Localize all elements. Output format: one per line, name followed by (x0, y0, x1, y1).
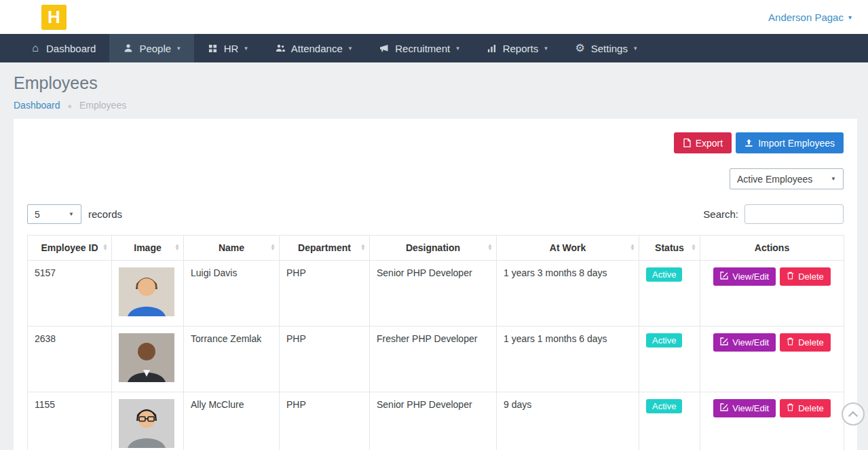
column-header-designation[interactable]: Designation▲▼ (370, 236, 497, 261)
import-button-label: Import Employees (758, 138, 835, 149)
column-header-at-work[interactable]: At Work▲▼ (497, 236, 639, 261)
employees-card: Export Import Employees Active Employees… (14, 119, 857, 450)
page-title: Employees (14, 73, 854, 93)
page-size-value: 5 (35, 209, 40, 220)
nav-item-label: Settings (591, 43, 628, 54)
employee-filter-select[interactable]: Active Employees ▼ (730, 168, 844, 189)
column-header-employee-id[interactable]: Employee ID▲▼ (28, 236, 112, 261)
person-icon (123, 43, 134, 53)
scroll-to-top-button[interactable] (842, 402, 865, 426)
search-label: Search: (703, 208, 738, 220)
employees-table: Employee ID▲▼ Image▲▼ Name▲▼ Department▲… (27, 235, 844, 450)
view-edit-button[interactable]: View/Edit (713, 399, 776, 417)
records-label: records (88, 208, 122, 220)
sort-icon: ▲▼ (487, 244, 493, 251)
table-controls: 5 ▼ records Search: (27, 204, 844, 224)
table-row: 5157 Luigi Davis PHP Senior PHP Develope… (28, 261, 844, 326)
nav-item-label: HR (224, 43, 239, 54)
column-label: Employee ID (41, 242, 98, 253)
view-edit-button[interactable]: View/Edit (713, 267, 776, 286)
cell-at-work: 1 years 3 months 8 days (497, 261, 639, 326)
delete-label: Delete (798, 403, 824, 413)
employee-photo[interactable] (119, 399, 174, 448)
view-edit-label: View/Edit (732, 337, 769, 348)
delete-button[interactable]: Delete (780, 333, 831, 352)
cell-employee-id: 1155 (28, 392, 112, 450)
column-header-image[interactable]: Image▲▼ (112, 236, 184, 261)
nav-item-recruitment[interactable]: Recruitment ▾ (365, 34, 472, 62)
nav-item-label: Reports (503, 43, 539, 54)
nav-item-people[interactable]: People ▾ (109, 34, 193, 62)
home-icon: ⌂ (30, 43, 41, 54)
cell-department: PHP (280, 261, 370, 326)
cell-at-work: 9 days (497, 392, 639, 450)
column-header-department[interactable]: Department▲▼ (280, 236, 370, 261)
filter-selected-value: Active Employees (737, 174, 812, 185)
column-label: Department (298, 242, 351, 253)
users-icon (275, 43, 286, 53)
cell-actions: View/Edit Delete (700, 392, 844, 450)
nav-item-settings[interactable]: ⚙ Settings ▾ (561, 34, 651, 62)
cell-employee-id: 2638 (28, 326, 112, 392)
cell-designation: Senior PHP Developer (370, 261, 497, 326)
breadcrumb-dashboard-link[interactable]: Dashboard (14, 100, 60, 111)
export-button[interactable]: Export (674, 132, 732, 153)
delete-label: Delete (798, 271, 824, 282)
sort-icon: ▲▼ (102, 244, 108, 251)
nav-item-label: Attendance (291, 43, 343, 54)
table-body: 5157 Luigi Davis PHP Senior PHP Develope… (28, 261, 844, 450)
cell-name: Luigi Davis (184, 261, 280, 326)
table-header: Employee ID▲▼ Image▲▼ Name▲▼ Department▲… (28, 236, 844, 261)
select-caret-icon: ▼ (69, 211, 74, 217)
sort-icon: ▲▼ (691, 244, 696, 251)
cell-status: Active (639, 326, 700, 392)
trash-icon (787, 337, 794, 348)
column-header-name[interactable]: Name▲▼ (184, 236, 280, 261)
table-row: 2638 Torrance Zemlak PHP Fresher PHP Dev… (28, 326, 844, 392)
bar-chart-icon (487, 44, 497, 53)
edit-icon (720, 337, 728, 348)
nav-item-hr[interactable]: HR ▾ (194, 34, 261, 62)
cell-at-work: 1 years 1 months 6 days (497, 326, 639, 392)
employee-photo[interactable] (119, 333, 174, 382)
user-menu[interactable]: Anderson Pagac ▾ (768, 12, 852, 23)
main-nav: ⌂ Dashboard People ▾ HR ▾ Attendance ▾ R… (0, 34, 868, 62)
nav-item-dashboard[interactable]: ⌂ Dashboard (16, 34, 109, 62)
column-label: Status (655, 242, 684, 253)
chevron-down-icon: ▾ (848, 14, 852, 21)
column-label: Designation (406, 242, 460, 253)
page-size-select[interactable]: 5 ▼ (27, 204, 81, 224)
column-label: Image (134, 242, 161, 253)
cell-name: Torrance Zemlak (184, 326, 280, 392)
table-header-row: Employee ID▲▼ Image▲▼ Name▲▼ Department▲… (28, 236, 844, 261)
cell-name: Ally McClure (184, 392, 280, 450)
cell-image (112, 261, 184, 326)
import-employees-button[interactable]: Import Employees (736, 132, 844, 153)
upload-icon (744, 138, 753, 147)
edit-icon (720, 403, 728, 413)
search-input[interactable] (744, 204, 844, 224)
cell-image (112, 392, 184, 450)
breadcrumb-separator: ● (67, 102, 72, 110)
column-header-actions: Actions (700, 236, 844, 261)
edit-icon (720, 271, 728, 282)
delete-button[interactable]: Delete (780, 399, 831, 417)
sort-icon: ▲▼ (360, 244, 366, 251)
cell-image (112, 326, 184, 392)
nav-item-attendance[interactable]: Attendance ▾ (261, 34, 365, 62)
view-edit-button[interactable]: View/Edit (713, 333, 776, 352)
top-bar: H Anderson Pagac ▾ (0, 0, 868, 34)
trash-icon (787, 271, 794, 282)
column-label: At Work (550, 242, 586, 253)
chevron-down-icon: ▾ (456, 45, 459, 52)
export-button-label: Export (696, 138, 723, 149)
nav-item-reports[interactable]: Reports ▾ (473, 34, 561, 62)
employee-photo[interactable] (119, 267, 174, 316)
app-logo[interactable]: H (41, 5, 67, 30)
megaphone-icon (379, 43, 390, 53)
column-header-status[interactable]: Status▲▼ (639, 236, 700, 261)
view-edit-label: View/Edit (732, 403, 769, 413)
filter-row: Active Employees ▼ (27, 168, 844, 189)
delete-button[interactable]: Delete (780, 267, 831, 286)
chevron-up-icon (848, 411, 858, 421)
